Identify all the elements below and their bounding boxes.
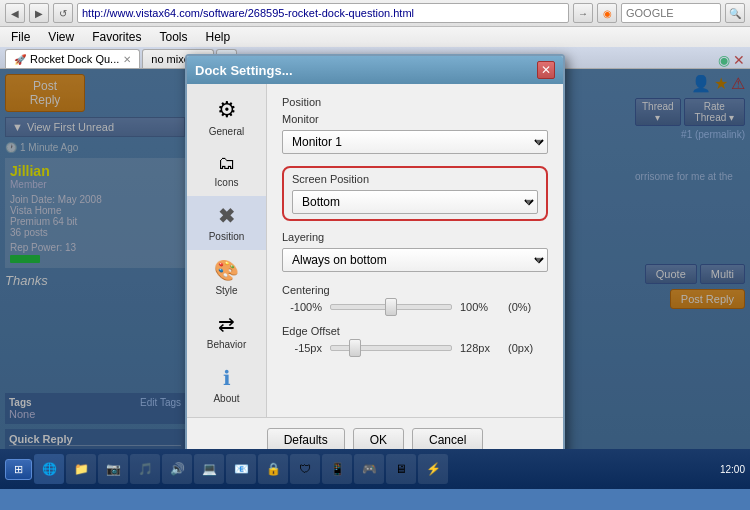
centering-group: Centering -100% 100% (0%) bbox=[282, 284, 548, 313]
centering-value: (0%) bbox=[508, 301, 548, 313]
edge-offset-group: Edge Offset -15px 128px (0px) bbox=[282, 325, 548, 354]
taskbar-icon-9[interactable]: 🛡 bbox=[290, 454, 320, 484]
layering-label: Layering bbox=[282, 231, 548, 243]
taskbar-icon-1[interactable]: 🌐 bbox=[34, 454, 64, 484]
tab-rocket-dock[interactable]: 🚀 Rocket Dock Qu... ✕ bbox=[5, 49, 140, 68]
menu-tools[interactable]: Tools bbox=[157, 29, 191, 45]
behavior-label: Behavior bbox=[207, 339, 246, 350]
tab-label: Rocket Dock Qu... bbox=[30, 53, 119, 65]
taskbar-icon-3[interactable]: 📷 bbox=[98, 454, 128, 484]
general-icon: ⚙ bbox=[217, 97, 237, 123]
monitor-label: Monitor bbox=[282, 113, 548, 125]
dialog-title: Dock Settings... bbox=[195, 63, 293, 78]
rss-button[interactable]: ◉ bbox=[597, 3, 617, 23]
layering-dropdown-wrapper: Always on bottom Always on top Normal bbox=[282, 248, 548, 272]
dock-settings-dialog: Dock Settings... ✕ ⚙ General 🗂 Icons bbox=[185, 54, 565, 464]
monitor-dropdown[interactable]: Monitor 1 bbox=[282, 130, 548, 154]
clock: 12:00 bbox=[720, 464, 745, 475]
screen-position-dropdown-wrapper: Bottom Top Left Right bbox=[292, 190, 538, 214]
position-icon: ✖ bbox=[218, 204, 235, 228]
go-button[interactable]: → bbox=[573, 3, 593, 23]
position-label: Position bbox=[209, 231, 245, 242]
menu-favorites[interactable]: Favorites bbox=[89, 29, 144, 45]
nav-general[interactable]: ⚙ General bbox=[187, 89, 266, 145]
refresh-button[interactable]: ↺ bbox=[53, 3, 73, 23]
address-bar: ◀ ▶ ↺ → ◉ 🔍 bbox=[0, 0, 750, 27]
centering-thumb[interactable] bbox=[385, 298, 397, 316]
layering-group: Layering Always on bottom Always on top … bbox=[282, 231, 548, 272]
about-icon: ℹ bbox=[223, 366, 231, 390]
edge-offset-slider-row: -15px 128px (0px) bbox=[282, 342, 548, 354]
taskbar: ⊞ 🌐 📁 📷 🎵 🔊 💻 📧 🔒 🛡 📱 🎮 🖥 ⚡ 12:00 bbox=[0, 449, 750, 489]
taskbar-icon-2[interactable]: 📁 bbox=[66, 454, 96, 484]
monitor-group: Monitor Monitor 1 bbox=[282, 113, 548, 154]
monitor-dropdown-wrapper: Monitor 1 bbox=[282, 130, 548, 154]
edge-offset-label: Edge Offset bbox=[282, 325, 548, 337]
edge-offset-slider[interactable] bbox=[330, 345, 452, 351]
dialog-title-bar: Dock Settings... ✕ bbox=[187, 56, 563, 84]
style-label: Style bbox=[215, 285, 237, 296]
nav-position[interactable]: ✖ Position bbox=[187, 196, 266, 250]
nav-behavior[interactable]: ⇄ Behavior bbox=[187, 304, 266, 358]
nav-about[interactable]: ℹ About bbox=[187, 358, 266, 412]
rss-nav-icon[interactable]: ◉ bbox=[718, 52, 730, 68]
menu-bar: File View Favorites Tools Help bbox=[0, 27, 750, 47]
taskbar-icon-12[interactable]: 🖥 bbox=[386, 454, 416, 484]
search-input[interactable] bbox=[621, 3, 721, 23]
dialog-nav: ⚙ General 🗂 Icons ✖ Position 🎨 Style bbox=[187, 84, 267, 417]
menu-file[interactable]: File bbox=[8, 29, 33, 45]
edge-offset-right-label: 128px bbox=[460, 342, 500, 354]
dialog-overlay: Dock Settings... ✕ ⚙ General 🗂 Icons bbox=[0, 69, 750, 449]
taskbar-icon-13[interactable]: ⚡ bbox=[418, 454, 448, 484]
screen-position-dropdown[interactable]: Bottom Top Left Right bbox=[292, 190, 538, 214]
close-nav-icon[interactable]: ✕ bbox=[733, 52, 745, 68]
back-button[interactable]: ◀ bbox=[5, 3, 25, 23]
taskbar-icon-8[interactable]: 🔒 bbox=[258, 454, 288, 484]
menu-view[interactable]: View bbox=[45, 29, 77, 45]
screen-position-label: Screen Position bbox=[292, 173, 538, 185]
position-section-label: Position bbox=[282, 96, 548, 108]
main-area: Post Reply ▼ View First Unread 🕐 1 Minut… bbox=[0, 69, 750, 489]
tab-favicon: 🚀 bbox=[14, 54, 26, 65]
behavior-icon: ⇄ bbox=[218, 312, 235, 336]
centering-slider[interactable] bbox=[330, 304, 452, 310]
dialog-content-panel: Position Monitor Monitor 1 bbox=[267, 84, 563, 417]
taskbar-icon-7[interactable]: 📧 bbox=[226, 454, 256, 484]
dialog-close-button[interactable]: ✕ bbox=[537, 61, 555, 79]
tab-close-button[interactable]: ✕ bbox=[123, 54, 131, 65]
address-input[interactable] bbox=[77, 3, 569, 23]
icons-icon: 🗂 bbox=[218, 153, 236, 174]
start-button[interactable]: ⊞ bbox=[5, 459, 32, 480]
taskbar-icon-11[interactable]: 🎮 bbox=[354, 454, 384, 484]
taskbar-icon-5[interactable]: 🔊 bbox=[162, 454, 192, 484]
forward-button[interactable]: ▶ bbox=[29, 3, 49, 23]
screen-position-group: Screen Position Bottom Top Left Right bbox=[282, 166, 548, 221]
taskbar-icon-6[interactable]: 💻 bbox=[194, 454, 224, 484]
taskbar-icon-4[interactable]: 🎵 bbox=[130, 454, 160, 484]
general-label: General bbox=[209, 126, 245, 137]
style-icon: 🎨 bbox=[214, 258, 239, 282]
search-go-button[interactable]: 🔍 bbox=[725, 3, 745, 23]
menu-help[interactable]: Help bbox=[203, 29, 234, 45]
centering-label: Centering bbox=[282, 284, 548, 296]
layering-dropdown[interactable]: Always on bottom Always on top Normal bbox=[282, 248, 548, 272]
nav-icons[interactable]: 🗂 Icons bbox=[187, 145, 266, 196]
centering-right-label: 100% bbox=[460, 301, 500, 313]
system-tray: 12:00 bbox=[720, 464, 745, 475]
taskbar-icon-10[interactable]: 📱 bbox=[322, 454, 352, 484]
centering-slider-row: -100% 100% (0%) bbox=[282, 301, 548, 313]
edge-offset-thumb[interactable] bbox=[349, 339, 361, 357]
centering-left-label: -100% bbox=[282, 301, 322, 313]
edge-offset-left-label: -15px bbox=[282, 342, 322, 354]
nav-style[interactable]: 🎨 Style bbox=[187, 250, 266, 304]
icons-label: Icons bbox=[215, 177, 239, 188]
about-label: About bbox=[213, 393, 239, 404]
dialog-body: ⚙ General 🗂 Icons ✖ Position 🎨 Style bbox=[187, 84, 563, 417]
edge-offset-value: (0px) bbox=[508, 342, 548, 354]
